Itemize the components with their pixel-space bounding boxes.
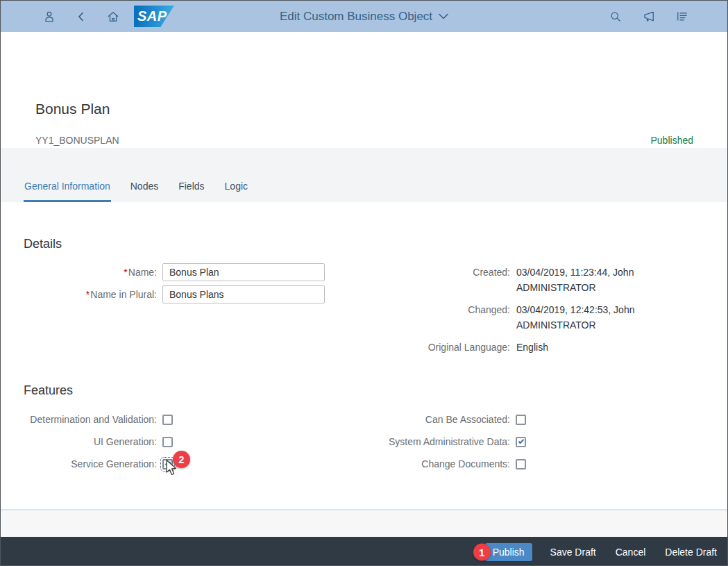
annotation-step-1: 1 [473,543,491,560]
tab-strip: General Information Nodes Fields Logic [1,148,727,202]
publish-button-wrap: 1 Publish [485,543,532,561]
footer-spacer [1,509,727,537]
ui-generation-label: UI Generation: [1,436,157,447]
chevron-down-icon [439,13,448,19]
created-label: Created: [369,265,510,295]
back-icon[interactable] [74,10,88,24]
determination-validation-label: Determination and Validation: [1,414,157,425]
original-language-value: English [516,340,548,355]
name-plural-row: *Name in Plural: [1,283,325,306]
changed-value: 03/04/2019, 12:42:53, JohnADMINISTRATOR [516,302,634,333]
app-title: Edit Custom Business Object [280,10,432,24]
status-badge: Published [651,135,694,146]
changed-label: Changed: [369,302,510,333]
change-documents-label: Change Documents: [369,458,510,469]
determination-validation-checkbox[interactable] [162,415,173,425]
delete-draft-button[interactable]: Delete Draft [663,547,718,558]
user-profile-icon[interactable] [42,10,56,24]
name-input[interactable] [162,263,325,281]
determination-validation-row: Determination and Validation: [1,408,173,431]
sap-logo[interactable]: SAP [134,6,174,27]
service-generation-row: Service Generation: [1,453,173,475]
page-subtitle: YY1_BONUSPLAN [35,135,119,146]
can-be-associated-row: Can Be Associated: [369,408,526,431]
created-value: 03/04/2019, 11:23:44, JohnADMINISTRATOR [516,265,634,295]
features-heading: Features [24,383,73,398]
changed-row: Changed: 03/04/2019, 12:42:53, JohnADMIN… [369,302,634,333]
system-admin-data-label: System Administrative Data: [369,436,510,447]
name-plural-label: *Name in Plural: [1,289,157,300]
search-icon[interactable] [609,10,623,24]
shell-header: SAP Edit Custom Business Object [1,1,727,32]
object-page-header: Bonus Plan YY1_BONUSPLAN Published [1,32,727,148]
required-marker: * [86,289,90,300]
app-title-menu[interactable]: Edit Custom Business Object [280,10,448,24]
home-icon[interactable] [106,10,120,24]
menu-list-icon[interactable] [675,10,689,24]
change-documents-checkbox[interactable] [516,459,526,469]
ui-generation-checkbox[interactable] [162,437,173,447]
system-admin-data-row: System Administrative Data: [369,431,526,453]
original-language-row: Original Language: English [369,340,634,355]
checkmark-icon [518,438,524,443]
shell-left-group: SAP [42,1,174,32]
tab-general-information[interactable]: General Information [24,174,111,202]
app-window: SAP Edit Custom Business Object Bonus Pl… [0,0,728,566]
publish-button[interactable]: Publish [485,543,532,561]
general-information-panel: Details *Name: *Name in Plural: Created:… [1,202,727,509]
tab-list: General Information Nodes Fields Logic [24,174,248,202]
footer-toolbar: 1 Publish Save Draft Cancel Delete Draft [1,537,727,566]
service-generation-label: Service Generation: [1,458,157,469]
features-right-column: Can Be Associated: System Administrative… [369,408,526,475]
system-admin-data-checkbox[interactable] [516,437,526,447]
name-row: *Name: [1,261,325,283]
shell-right-group [609,1,689,32]
can-be-associated-checkbox[interactable] [516,415,526,425]
required-marker: * [124,267,127,278]
name-plural-input[interactable] [162,285,325,303]
details-form: *Name: *Name in Plural: [1,261,325,306]
features-left-column: Determination and Validation: UI Generat… [1,408,173,475]
change-documents-row: Change Documents: [369,453,526,475]
details-heading: Details [24,237,62,251]
megaphone-icon[interactable] [642,10,656,24]
created-row: Created: 03/04/2019, 11:23:44, JohnADMIN… [369,265,634,295]
can-be-associated-label: Can Be Associated: [369,414,510,425]
original-language-label: Original Language: [369,340,510,355]
cancel-button[interactable]: Cancel [614,547,647,558]
admin-info: Created: 03/04/2019, 11:23:44, JohnADMIN… [369,265,634,362]
name-label: *Name: [1,267,157,278]
tab-logic[interactable]: Logic [224,174,248,202]
mouse-cursor-icon [165,459,178,477]
ui-generation-row: UI Generation: [1,431,173,453]
tab-fields[interactable]: Fields [178,174,205,202]
tab-nodes[interactable]: Nodes [130,174,159,202]
save-draft-button[interactable]: Save Draft [549,547,598,558]
page-title: Bonus Plan [35,101,110,117]
